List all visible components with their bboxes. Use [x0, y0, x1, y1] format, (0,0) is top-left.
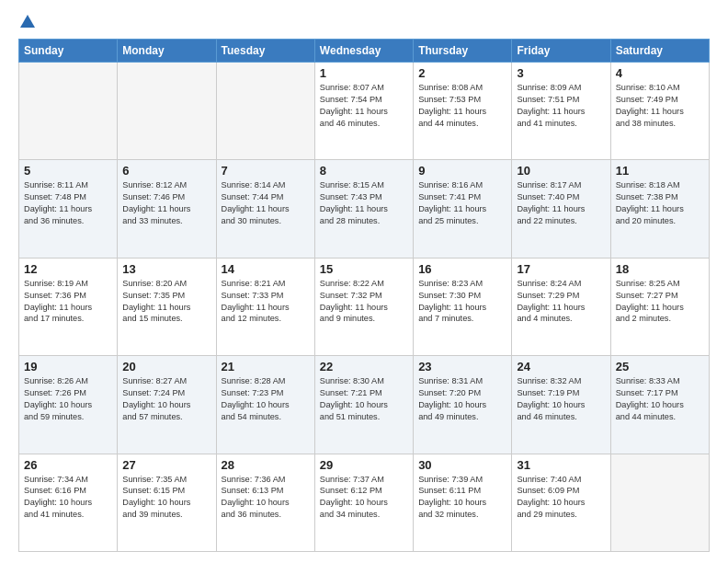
- calendar-cell: 6Sunrise: 8:12 AM Sunset: 7:46 PM Daylig…: [118, 160, 216, 258]
- day-number: 23: [418, 360, 506, 373]
- day-info: Sunrise: 8:16 AM Sunset: 7:41 PM Dayligh…: [418, 179, 506, 227]
- calendar-cell: 2Sunrise: 8:08 AM Sunset: 7:53 PM Daylig…: [414, 63, 512, 160]
- calendar-cell: 4Sunrise: 8:10 AM Sunset: 7:49 PM Daylig…: [610, 63, 709, 160]
- day-number: 11: [616, 164, 704, 178]
- day-info: Sunrise: 7:40 AM Sunset: 6:09 PM Dayligh…: [517, 474, 605, 522]
- day-number: 14: [222, 262, 310, 276]
- calendar-cell: 15Sunrise: 8:22 AM Sunset: 7:32 PM Dayli…: [314, 258, 413, 355]
- calendar-cell: 17Sunrise: 8:24 AM Sunset: 7:29 PM Dayli…: [512, 258, 610, 355]
- week-row-2: 5Sunrise: 8:11 AM Sunset: 7:48 PM Daylig…: [19, 160, 710, 258]
- calendar-table: SundayMondayTuesdayWednesdayThursdayFrid…: [18, 39, 710, 552]
- day-info: Sunrise: 8:31 AM Sunset: 7:20 PM Dayligh…: [418, 375, 506, 423]
- day-info: Sunrise: 8:24 AM Sunset: 7:29 PM Dayligh…: [517, 278, 605, 326]
- weekday-header-monday: Monday: [118, 40, 216, 63]
- calendar-cell: 20Sunrise: 8:27 AM Sunset: 7:24 PM Dayli…: [118, 356, 216, 454]
- calendar-cell: 9Sunrise: 8:16 AM Sunset: 7:41 PM Daylig…: [414, 160, 512, 258]
- day-number: 12: [24, 262, 112, 276]
- day-number: 22: [320, 360, 408, 373]
- day-number: 28: [222, 458, 310, 472]
- day-info: Sunrise: 8:33 AM Sunset: 7:17 PM Dayligh…: [616, 375, 704, 423]
- day-number: 7: [222, 164, 310, 178]
- day-info: Sunrise: 8:10 AM Sunset: 7:49 PM Dayligh…: [616, 82, 704, 130]
- day-number: 5: [24, 164, 112, 178]
- calendar-cell: 16Sunrise: 8:23 AM Sunset: 7:30 PM Dayli…: [414, 258, 512, 355]
- week-row-5: 26Sunrise: 7:34 AM Sunset: 6:16 PM Dayli…: [19, 454, 710, 551]
- calendar-cell: 21Sunrise: 8:28 AM Sunset: 7:23 PM Dayli…: [216, 356, 314, 454]
- day-number: 15: [320, 262, 408, 276]
- calendar-cell: 27Sunrise: 7:35 AM Sunset: 6:15 PM Dayli…: [118, 454, 216, 551]
- day-info: Sunrise: 8:09 AM Sunset: 7:51 PM Dayligh…: [517, 82, 605, 130]
- weekday-header-sunday: Sunday: [19, 40, 118, 63]
- day-info: Sunrise: 8:30 AM Sunset: 7:21 PM Dayligh…: [320, 375, 408, 423]
- weekday-header-thursday: Thursday: [414, 40, 512, 63]
- day-info: Sunrise: 8:32 AM Sunset: 7:19 PM Dayligh…: [517, 375, 605, 423]
- day-info: Sunrise: 8:19 AM Sunset: 7:36 PM Dayligh…: [24, 278, 112, 326]
- day-info: Sunrise: 7:35 AM Sunset: 6:15 PM Dayligh…: [122, 474, 210, 522]
- weekday-header-saturday: Saturday: [610, 40, 709, 63]
- calendar-cell: [118, 63, 216, 160]
- day-info: Sunrise: 8:08 AM Sunset: 7:53 PM Dayligh…: [418, 82, 506, 130]
- day-info: Sunrise: 7:36 AM Sunset: 6:13 PM Dayligh…: [222, 474, 310, 522]
- weekday-header-friday: Friday: [512, 40, 610, 63]
- day-number: 9: [418, 164, 506, 178]
- calendar-cell: 25Sunrise: 8:33 AM Sunset: 7:17 PM Dayli…: [610, 356, 709, 454]
- day-info: Sunrise: 8:21 AM Sunset: 7:33 PM Dayligh…: [222, 278, 310, 326]
- day-info: Sunrise: 8:26 AM Sunset: 7:26 PM Dayligh…: [24, 375, 112, 423]
- calendar-cell: 22Sunrise: 8:30 AM Sunset: 7:21 PM Dayli…: [314, 356, 413, 454]
- calendar-cell: [216, 63, 314, 160]
- day-number: 8: [320, 164, 408, 178]
- calendar-cell: [19, 63, 118, 160]
- calendar-cell: 29Sunrise: 7:37 AM Sunset: 6:12 PM Dayli…: [314, 454, 413, 551]
- day-number: 17: [517, 262, 605, 276]
- calendar-cell: 26Sunrise: 7:34 AM Sunset: 6:16 PM Dayli…: [19, 454, 118, 551]
- calendar-cell: 19Sunrise: 8:26 AM Sunset: 7:26 PM Dayli…: [19, 356, 118, 454]
- header: [18, 15, 710, 29]
- day-info: Sunrise: 8:15 AM Sunset: 7:43 PM Dayligh…: [320, 179, 408, 227]
- calendar-cell: [610, 454, 709, 551]
- day-number: 24: [517, 360, 605, 373]
- day-info: Sunrise: 8:22 AM Sunset: 7:32 PM Dayligh…: [320, 278, 408, 326]
- day-number: 6: [122, 164, 210, 178]
- calendar-cell: 30Sunrise: 7:39 AM Sunset: 6:11 PM Dayli…: [414, 454, 512, 551]
- calendar-cell: 7Sunrise: 8:14 AM Sunset: 7:44 PM Daylig…: [216, 160, 314, 258]
- day-info: Sunrise: 7:39 AM Sunset: 6:11 PM Dayligh…: [418, 474, 506, 522]
- calendar-cell: 5Sunrise: 8:11 AM Sunset: 7:48 PM Daylig…: [19, 160, 118, 258]
- day-number: 3: [517, 66, 605, 80]
- day-number: 20: [122, 360, 210, 373]
- day-number: 27: [122, 458, 210, 472]
- day-number: 29: [320, 458, 408, 472]
- day-number: 2: [418, 66, 506, 80]
- week-row-1: 1Sunrise: 8:07 AM Sunset: 7:54 PM Daylig…: [19, 63, 710, 160]
- weekday-header-row: SundayMondayTuesdayWednesdayThursdayFrid…: [19, 40, 710, 63]
- calendar-cell: 14Sunrise: 8:21 AM Sunset: 7:33 PM Dayli…: [216, 258, 314, 355]
- weekday-header-tuesday: Tuesday: [216, 40, 314, 63]
- calendar-cell: 24Sunrise: 8:32 AM Sunset: 7:19 PM Dayli…: [512, 356, 610, 454]
- day-info: Sunrise: 7:37 AM Sunset: 6:12 PM Dayligh…: [320, 474, 408, 522]
- calendar-cell: 8Sunrise: 8:15 AM Sunset: 7:43 PM Daylig…: [314, 160, 413, 258]
- calendar-cell: 3Sunrise: 8:09 AM Sunset: 7:51 PM Daylig…: [512, 63, 610, 160]
- calendar-cell: 31Sunrise: 7:40 AM Sunset: 6:09 PM Dayli…: [512, 454, 610, 551]
- day-number: 30: [418, 458, 506, 472]
- day-info: Sunrise: 8:28 AM Sunset: 7:23 PM Dayligh…: [222, 375, 310, 423]
- day-number: 16: [418, 262, 506, 276]
- calendar-cell: 10Sunrise: 8:17 AM Sunset: 7:40 PM Dayli…: [512, 160, 610, 258]
- calendar-cell: 18Sunrise: 8:25 AM Sunset: 7:27 PM Dayli…: [610, 258, 709, 355]
- day-info: Sunrise: 8:07 AM Sunset: 7:54 PM Dayligh…: [320, 82, 408, 130]
- calendar-cell: 28Sunrise: 7:36 AM Sunset: 6:13 PM Dayli…: [216, 454, 314, 551]
- day-number: 25: [616, 360, 704, 373]
- day-number: 13: [122, 262, 210, 276]
- calendar-cell: 12Sunrise: 8:19 AM Sunset: 7:36 PM Dayli…: [19, 258, 118, 355]
- day-number: 21: [222, 360, 310, 373]
- day-info: Sunrise: 8:18 AM Sunset: 7:38 PM Dayligh…: [616, 179, 704, 227]
- weekday-header-wednesday: Wednesday: [314, 40, 413, 63]
- calendar-cell: 23Sunrise: 8:31 AM Sunset: 7:20 PM Dayli…: [414, 356, 512, 454]
- day-info: Sunrise: 8:20 AM Sunset: 7:35 PM Dayligh…: [122, 278, 210, 326]
- day-number: 19: [24, 360, 112, 373]
- page: SundayMondayTuesdayWednesdayThursdayFrid…: [0, 0, 728, 563]
- day-number: 10: [517, 164, 605, 178]
- calendar-cell: 13Sunrise: 8:20 AM Sunset: 7:35 PM Dayli…: [118, 258, 216, 355]
- day-number: 26: [24, 458, 112, 472]
- calendar-cell: 11Sunrise: 8:18 AM Sunset: 7:38 PM Dayli…: [610, 160, 709, 258]
- logo: [18, 15, 35, 29]
- day-info: Sunrise: 8:12 AM Sunset: 7:46 PM Dayligh…: [122, 179, 210, 227]
